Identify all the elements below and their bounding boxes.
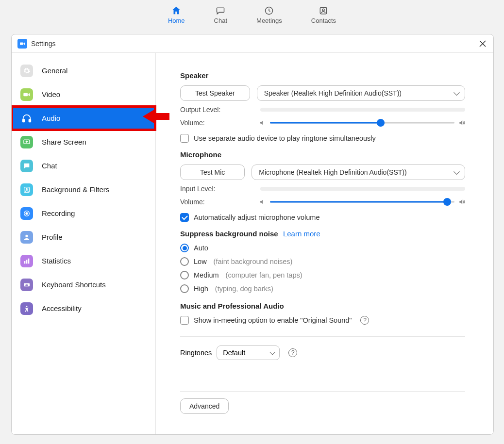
test-mic-button[interactable]: Test Mic (180, 164, 245, 180)
svg-rect-16 (24, 283, 30, 286)
nav-chat-label: Chat (214, 17, 227, 24)
original-sound-checkbox[interactable] (180, 316, 189, 325)
ringtones-label: Ringtones (180, 349, 212, 357)
svg-point-21 (26, 306, 28, 307)
nav-meetings-label: Meetings (256, 17, 282, 24)
speaker-select-value: Speaker (Realtek High Definition Audio(S… (264, 89, 402, 97)
noise-label: Low (194, 258, 207, 265)
noise-hint: (computer fan, pen taps) (226, 271, 302, 279)
sidebar-item-label: Profile (42, 233, 63, 241)
close-button[interactable] (478, 39, 487, 49)
sidebar-item-label: Accessibility (42, 304, 82, 312)
noise-label: Auto (194, 244, 208, 252)
speaker-mute-icon (259, 198, 266, 205)
auto-adjust-mic-checkbox[interactable] (180, 213, 189, 222)
nav-contacts-label: Contacts (311, 17, 336, 24)
noise-radio-low[interactable] (180, 257, 189, 266)
ringtones-value: Default (223, 349, 245, 357)
sidebar-item-share-screen[interactable]: Share Screen (12, 130, 155, 154)
sidebar-item-accessibility[interactable]: Accessibility (12, 296, 155, 320)
sidebar-item-general[interactable]: General (12, 59, 155, 82)
svg-point-18 (26, 284, 27, 284)
sidebar-item-video[interactable]: Video (12, 82, 155, 106)
sidebar-item-profile[interactable]: Profile (12, 225, 155, 249)
speaker-volume-slider[interactable] (270, 118, 454, 127)
nav-meetings[interactable]: Meetings (256, 5, 282, 24)
noise-label: Medium (194, 271, 219, 279)
suppress-learn-more-link[interactable]: Learn more (283, 230, 320, 238)
keyboard-icon (20, 279, 33, 291)
svg-rect-3 (20, 42, 23, 45)
sidebar-item-label: Background & Filters (42, 185, 109, 194)
main-nav: Home Chat Meetings Contacts (0, 0, 504, 29)
home-icon (171, 5, 182, 16)
nav-contacts[interactable]: Contacts (311, 5, 336, 24)
titlebar: Settings (12, 34, 493, 53)
settings-sidebar: General Video Audio Share Screen (12, 53, 156, 434)
settings-scroll[interactable]: Speaker Test Speaker Speaker (Realtek Hi… (156, 53, 489, 434)
help-icon[interactable]: ? (288, 348, 297, 357)
advanced-button[interactable]: Advanced (180, 398, 229, 414)
nav-home[interactable]: Home (168, 5, 185, 24)
sidebar-item-background[interactable]: Background & Filters (12, 178, 155, 201)
separate-ringtone-checkbox[interactable] (180, 134, 189, 143)
input-level-label: Input Level: (180, 185, 260, 193)
noise-radio-auto[interactable] (180, 244, 189, 252)
sidebar-item-recording[interactable]: Recording (12, 201, 155, 225)
window-title: Settings (31, 40, 478, 48)
original-sound-label: Show in-meeting option to enable "Origin… (194, 316, 352, 324)
settings-content: Speaker Test Speaker Speaker (Realtek Hi… (156, 53, 493, 434)
sidebar-item-chat[interactable]: Chat (12, 154, 155, 178)
svg-rect-20 (25, 285, 28, 286)
svg-rect-13 (24, 261, 26, 263)
background-filter-icon (20, 183, 33, 196)
contacts-icon (318, 5, 329, 16)
svg-point-11 (26, 213, 28, 214)
cutoff-row (180, 360, 465, 379)
mic-select[interactable]: Microphone (Realtek High Definition Audi… (252, 164, 465, 180)
speaker-heading: Speaker (180, 71, 465, 80)
svg-point-9 (26, 188, 28, 190)
sidebar-item-label: Video (42, 90, 60, 99)
noise-hint: (faint background noises) (214, 258, 293, 265)
chat-icon (20, 160, 33, 172)
test-speaker-button[interactable]: Test Speaker (180, 85, 250, 101)
headphones-icon (20, 112, 33, 125)
nav-chat[interactable]: Chat (214, 5, 227, 24)
svg-point-2 (322, 9, 324, 11)
noise-radio-high[interactable] (180, 284, 189, 293)
auto-adjust-mic-label: Automatically adjust microphone volume (194, 214, 320, 221)
accessibility-icon (20, 302, 33, 315)
profile-icon (20, 231, 33, 244)
help-icon[interactable]: ? (360, 316, 369, 325)
output-level-meter (260, 108, 465, 112)
mic-volume-slider[interactable] (270, 197, 454, 206)
sidebar-item-label: Statistics (42, 257, 71, 265)
sidebar-item-audio[interactable]: Audio (12, 106, 155, 130)
noise-label: High (194, 285, 208, 293)
mic-select-value: Microphone (Realtek High Definition Audi… (259, 168, 406, 176)
noise-radio-medium[interactable] (180, 271, 189, 280)
speaker-select[interactable]: Speaker (Realtek High Definition Audio(S… (257, 85, 465, 101)
speaker-volume-label: Volume: (180, 119, 255, 127)
ringtones-select[interactable]: Default (217, 345, 280, 360)
output-level-label: Output Level: (180, 106, 260, 114)
svg-point-19 (27, 284, 28, 284)
speaker-loud-icon (458, 119, 465, 126)
svg-rect-14 (26, 260, 28, 263)
svg-rect-4 (23, 93, 28, 96)
sidebar-item-label: General (42, 66, 67, 75)
music-heading: Music and Professional Audio (180, 302, 465, 310)
mic-volume-label: Volume: (180, 198, 255, 206)
svg-rect-6 (29, 119, 31, 122)
video-icon (20, 88, 33, 101)
record-icon (20, 207, 33, 220)
svg-rect-5 (23, 119, 25, 122)
settings-window: Settings General Video (11, 34, 494, 435)
separate-ringtone-label: Use separate audio device to play ringto… (194, 134, 376, 142)
sidebar-item-label: Recording (42, 209, 75, 217)
sidebar-item-statistics[interactable]: Statistics (12, 249, 155, 273)
speaker-loud-icon (458, 198, 465, 205)
sidebar-item-label: Keyboard Shortcuts (42, 280, 106, 289)
sidebar-item-keyboard[interactable]: Keyboard Shortcuts (12, 273, 155, 296)
